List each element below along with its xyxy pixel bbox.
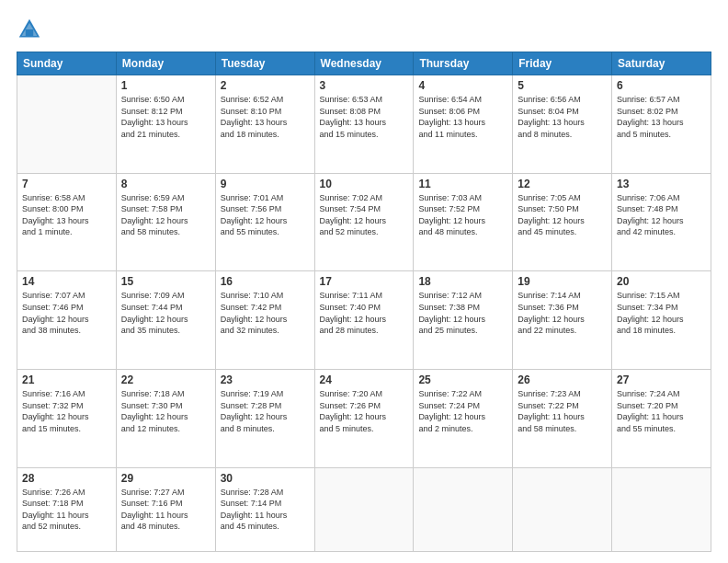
day-number: 22 (121, 373, 210, 386)
day-number: 29 (121, 472, 210, 485)
calendar-cell: 15Sunrise: 7:09 AM Sunset: 7:44 PM Dayli… (116, 271, 215, 370)
calendar-cell: 18Sunrise: 7:12 AM Sunset: 7:38 PM Dayli… (414, 271, 513, 370)
calendar-cell: 21Sunrise: 7:16 AM Sunset: 7:32 PM Dayli… (17, 369, 117, 467)
day-number: 27 (617, 373, 706, 386)
day-info: Sunrise: 7:11 AM Sunset: 7:40 PM Dayligh… (320, 290, 409, 336)
calendar-cell: 12Sunrise: 7:05 AM Sunset: 7:50 PM Dayli… (513, 173, 612, 271)
calendar-cell: 30Sunrise: 7:28 AM Sunset: 7:14 PM Dayli… (215, 467, 314, 551)
calendar-cell: 9Sunrise: 7:01 AM Sunset: 7:56 PM Daylig… (215, 173, 314, 271)
calendar-cell: 29Sunrise: 7:27 AM Sunset: 7:16 PM Dayli… (116, 467, 215, 551)
calendar-cell: 20Sunrise: 7:15 AM Sunset: 7:34 PM Dayli… (612, 271, 711, 370)
day-info: Sunrise: 7:14 AM Sunset: 7:36 PM Dayligh… (518, 290, 607, 336)
calendar-cell: 3Sunrise: 6:53 AM Sunset: 8:08 PM Daylig… (314, 75, 414, 174)
day-number: 20 (617, 275, 706, 288)
calendar-cell: 28Sunrise: 7:26 AM Sunset: 7:18 PM Dayli… (17, 467, 117, 551)
weekday-header-tuesday: Tuesday (215, 52, 314, 75)
day-info: Sunrise: 6:59 AM Sunset: 7:58 PM Dayligh… (121, 192, 210, 238)
calendar-cell: 11Sunrise: 7:03 AM Sunset: 7:52 PM Dayli… (414, 173, 513, 271)
day-info: Sunrise: 7:27 AM Sunset: 7:16 PM Dayligh… (121, 487, 210, 533)
day-number: 18 (418, 275, 507, 288)
calendar-cell (612, 467, 711, 551)
calendar-week-row: 7Sunrise: 6:58 AM Sunset: 8:00 PM Daylig… (17, 173, 711, 271)
weekday-header-friday: Friday (513, 52, 612, 75)
day-number: 2 (221, 79, 310, 92)
day-number: 17 (320, 275, 409, 288)
day-number: 26 (518, 373, 607, 386)
day-number: 4 (418, 79, 507, 92)
day-number: 9 (221, 178, 310, 190)
calendar-cell: 4Sunrise: 6:54 AM Sunset: 8:06 PM Daylig… (414, 75, 513, 174)
weekday-header-sunday: Sunday (17, 52, 117, 75)
day-info: Sunrise: 7:19 AM Sunset: 7:28 PM Dayligh… (221, 388, 310, 434)
header (17, 17, 711, 42)
day-info: Sunrise: 7:24 AM Sunset: 7:20 PM Dayligh… (617, 388, 706, 434)
calendar-cell: 24Sunrise: 7:20 AM Sunset: 7:26 PM Dayli… (314, 369, 414, 467)
day-number: 21 (22, 373, 111, 386)
day-info: Sunrise: 7:20 AM Sunset: 7:26 PM Dayligh… (320, 388, 409, 434)
day-number: 13 (617, 178, 706, 190)
day-info: Sunrise: 6:57 AM Sunset: 8:02 PM Dayligh… (617, 94, 706, 140)
day-number: 6 (617, 79, 706, 92)
calendar-cell: 27Sunrise: 7:24 AM Sunset: 7:20 PM Dayli… (612, 369, 711, 467)
weekday-header-wednesday: Wednesday (314, 52, 414, 75)
weekday-header-monday: Monday (116, 52, 215, 75)
day-info: Sunrise: 7:15 AM Sunset: 7:34 PM Dayligh… (617, 290, 706, 336)
day-number: 1 (121, 79, 210, 92)
day-number: 25 (418, 373, 507, 386)
calendar-cell: 6Sunrise: 6:57 AM Sunset: 8:02 PM Daylig… (612, 75, 711, 174)
weekday-header-row: SundayMondayTuesdayWednesdayThursdayFrid… (17, 52, 711, 75)
calendar-cell: 23Sunrise: 7:19 AM Sunset: 7:28 PM Dayli… (215, 369, 314, 467)
day-number: 16 (221, 275, 310, 288)
day-number: 5 (518, 79, 607, 92)
calendar-table: SundayMondayTuesdayWednesdayThursdayFrid… (17, 52, 711, 552)
day-info: Sunrise: 6:56 AM Sunset: 8:04 PM Dayligh… (518, 94, 607, 140)
calendar-cell: 17Sunrise: 7:11 AM Sunset: 7:40 PM Dayli… (314, 271, 414, 370)
day-info: Sunrise: 6:52 AM Sunset: 8:10 PM Dayligh… (221, 94, 310, 140)
day-info: Sunrise: 7:23 AM Sunset: 7:22 PM Dayligh… (518, 388, 607, 434)
day-info: Sunrise: 7:10 AM Sunset: 7:42 PM Dayligh… (221, 290, 310, 336)
weekday-header-thursday: Thursday (414, 52, 513, 75)
calendar-cell: 25Sunrise: 7:22 AM Sunset: 7:24 PM Dayli… (414, 369, 513, 467)
day-number: 14 (22, 275, 111, 288)
day-number: 11 (418, 178, 507, 190)
day-info: Sunrise: 7:07 AM Sunset: 7:46 PM Dayligh… (22, 290, 111, 336)
calendar-cell (513, 467, 612, 551)
day-number: 3 (320, 79, 409, 92)
page: SundayMondayTuesdayWednesdayThursdayFrid… (0, 0, 728, 563)
day-number: 15 (121, 275, 210, 288)
calendar-week-row: 28Sunrise: 7:26 AM Sunset: 7:18 PM Dayli… (17, 467, 711, 551)
day-number: 23 (221, 373, 310, 386)
day-info: Sunrise: 7:02 AM Sunset: 7:54 PM Dayligh… (320, 192, 409, 238)
svg-rect-2 (26, 29, 33, 36)
day-info: Sunrise: 7:01 AM Sunset: 7:56 PM Dayligh… (221, 192, 310, 238)
calendar-cell: 26Sunrise: 7:23 AM Sunset: 7:22 PM Dayli… (513, 369, 612, 467)
day-info: Sunrise: 6:53 AM Sunset: 8:08 PM Dayligh… (320, 94, 409, 140)
calendar-week-row: 21Sunrise: 7:16 AM Sunset: 7:32 PM Dayli… (17, 369, 711, 467)
day-info: Sunrise: 7:06 AM Sunset: 7:48 PM Dayligh… (617, 192, 706, 238)
calendar-cell (414, 467, 513, 551)
calendar-cell: 19Sunrise: 7:14 AM Sunset: 7:36 PM Dayli… (513, 271, 612, 370)
day-info: Sunrise: 7:26 AM Sunset: 7:18 PM Dayligh… (22, 487, 111, 533)
day-number: 30 (221, 472, 310, 485)
day-number: 28 (22, 472, 111, 485)
day-number: 7 (22, 178, 111, 190)
calendar-cell (17, 75, 117, 174)
calendar-cell: 5Sunrise: 6:56 AM Sunset: 8:04 PM Daylig… (513, 75, 612, 174)
day-number: 8 (121, 178, 210, 190)
day-info: Sunrise: 7:12 AM Sunset: 7:38 PM Dayligh… (418, 290, 507, 336)
calendar-cell: 13Sunrise: 7:06 AM Sunset: 7:48 PM Dayli… (612, 173, 711, 271)
day-info: Sunrise: 6:54 AM Sunset: 8:06 PM Dayligh… (418, 94, 507, 140)
calendar-cell: 10Sunrise: 7:02 AM Sunset: 7:54 PM Dayli… (314, 173, 414, 271)
calendar-cell (314, 467, 414, 551)
calendar-week-row: 1Sunrise: 6:50 AM Sunset: 8:12 PM Daylig… (17, 75, 711, 174)
weekday-header-saturday: Saturday (612, 52, 711, 75)
day-number: 19 (518, 275, 607, 288)
calendar-cell: 14Sunrise: 7:07 AM Sunset: 7:46 PM Dayli… (17, 271, 117, 370)
logo-icon (17, 17, 42, 42)
calendar-cell: 1Sunrise: 6:50 AM Sunset: 8:12 PM Daylig… (116, 75, 215, 174)
day-number: 12 (518, 178, 607, 190)
calendar-cell: 16Sunrise: 7:10 AM Sunset: 7:42 PM Dayli… (215, 271, 314, 370)
day-info: Sunrise: 7:16 AM Sunset: 7:32 PM Dayligh… (22, 388, 111, 434)
day-info: Sunrise: 7:28 AM Sunset: 7:14 PM Dayligh… (221, 487, 310, 533)
day-info: Sunrise: 7:22 AM Sunset: 7:24 PM Dayligh… (418, 388, 507, 434)
